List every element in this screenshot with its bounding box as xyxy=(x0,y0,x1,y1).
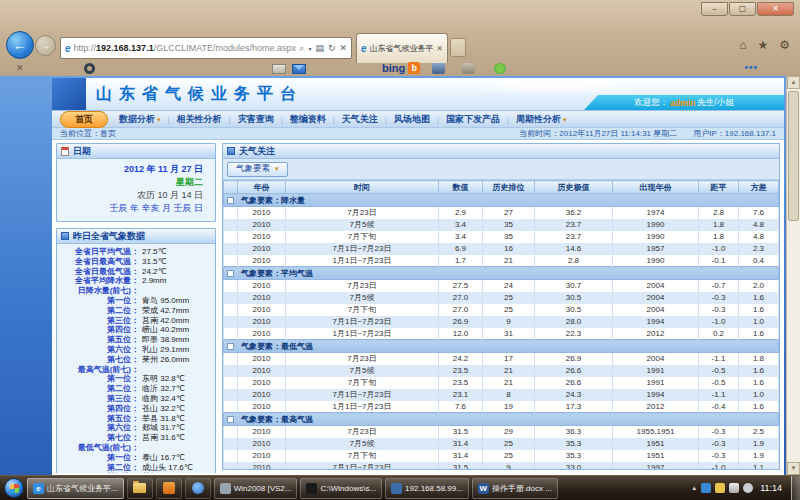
mail-blue-icon[interactable] xyxy=(292,64,306,74)
cell: 2010 xyxy=(238,207,286,219)
cell: 2010 xyxy=(238,450,286,462)
col-header-0: 年份 xyxy=(238,181,286,194)
row-select-cell xyxy=(224,401,238,413)
new-tab-button[interactable] xyxy=(450,38,466,57)
cell: 25 xyxy=(483,304,535,316)
table-row: 20107月1日~7月23日6.91614.61957-1.02.3 xyxy=(224,243,779,255)
media-extension-icon[interactable] xyxy=(432,63,445,74)
network-icon[interactable] xyxy=(729,483,739,493)
cell: 2010 xyxy=(238,353,286,365)
browser-tab[interactable]: e 山东省气候业务平... ✕ xyxy=(356,33,448,63)
expand-checkbox[interactable] xyxy=(227,270,234,277)
cell: 25 xyxy=(483,292,535,304)
nav-item-2[interactable]: 相关性分析 xyxy=(170,112,229,127)
flag-icon[interactable] xyxy=(715,483,725,493)
show-desktop-button[interactable] xyxy=(791,476,800,500)
taskbar-window-3[interactable]: 192.168.58.99... xyxy=(385,478,469,499)
tab-close-icon[interactable]: ✕ xyxy=(436,44,443,53)
cell: 2.0 xyxy=(739,280,779,292)
mail-gray-icon[interactable] xyxy=(272,64,286,74)
taskbar-window-0[interactable]: e山东省气候业务平... xyxy=(27,478,124,499)
rank-label: 第一位： xyxy=(59,453,139,463)
more-icon[interactable]: ••• xyxy=(744,62,758,73)
action-center-icon[interactable] xyxy=(701,483,711,493)
cell: 7月5候 xyxy=(286,365,439,377)
stat-label: 全省日最低气温： xyxy=(59,267,139,277)
row-select-cell xyxy=(224,316,238,328)
vertical-scrollbar[interactable]: ▲ ▼ xyxy=(786,76,800,475)
taskbar-window-2[interactable]: C:\Windows\s... xyxy=(300,478,382,499)
folder-icon xyxy=(133,483,146,493)
bing-logo[interactable]: bing b xyxy=(382,62,420,74)
cell: 7月23日 xyxy=(286,280,439,292)
tools-gear-icon[interactable]: ⚙ xyxy=(779,38,790,52)
cell: 35.3 xyxy=(535,450,613,462)
stat-section-title-2: 最低气温(前七)： xyxy=(59,443,213,453)
main-nav: 首页数据分析▾|相关性分析|灾害查询|整编资料|天气关注|风场地图|国家下发产品… xyxy=(52,110,784,127)
close-button[interactable]: ✕ xyxy=(757,2,794,16)
minimize-button[interactable]: – xyxy=(701,2,728,16)
rank-value: 郯城 31.7℃ xyxy=(139,423,185,433)
toolbar-close-icon[interactable]: ✕ xyxy=(16,63,24,73)
table-row: 20107月23日2.92736.219742.87.6 xyxy=(224,207,779,219)
nav-item-1[interactable]: 数据分析▾ xyxy=(112,112,168,127)
paw-extension-icon[interactable] xyxy=(462,63,475,74)
row-select-cell xyxy=(224,304,238,316)
element-filter-button[interactable]: 气象要素 ▾ xyxy=(227,162,288,177)
refresh-icon[interactable]: ↻ xyxy=(328,43,336,53)
home-icon[interactable]: ⌂ xyxy=(739,38,746,52)
nav-item-7[interactable]: 国家下发产品 xyxy=(439,112,507,127)
nav-item-8[interactable]: 周期性分析▾ xyxy=(509,112,574,127)
nav-item-0[interactable]: 首页 xyxy=(60,111,108,128)
cell: -1.0 xyxy=(699,462,739,470)
compatibility-view-icon[interactable]: ▤ xyxy=(315,43,324,53)
search-dropdown-icon[interactable]: ▾ xyxy=(308,45,311,52)
taskbar-orange-app-button[interactable] xyxy=(156,478,182,499)
taskbar-clock[interactable]: 11:14 xyxy=(757,483,787,493)
table-row: 20107月下旬31.42535.31951-0.31.9 xyxy=(224,450,779,462)
taskbar-window-1[interactable]: Win2008 [VS2... xyxy=(214,478,298,499)
rank-value: 莱州 26.0mm xyxy=(139,355,189,365)
taskbar-folder-button[interactable] xyxy=(127,478,153,499)
share-extension-icon[interactable] xyxy=(494,63,506,74)
nav-item-4[interactable]: 整编资料 xyxy=(283,112,333,127)
nav-item-6[interactable]: 风场地图 xyxy=(387,112,437,127)
cell: 27.0 xyxy=(439,292,483,304)
group-row[interactable]: 气象要素：平均气温 xyxy=(224,267,779,280)
expand-checkbox[interactable] xyxy=(227,197,234,204)
taskbar-window-4[interactable]: W操作手册.docx ... xyxy=(472,478,558,499)
group-row[interactable]: 气象要素：最高气温 xyxy=(224,413,779,426)
cell: 1951 xyxy=(613,438,699,450)
favorites-star-icon[interactable]: ★ xyxy=(757,38,768,52)
search-icon[interactable]: ⌕ xyxy=(299,43,304,54)
cell: 1月1日~7月23日 xyxy=(286,328,439,340)
maximize-button[interactable]: ▢ xyxy=(729,2,756,16)
addon-ring-icon[interactable] xyxy=(84,63,95,74)
nav-item-5[interactable]: 天气关注 xyxy=(335,112,385,127)
sidebar: 日期 2012 年 11 月 27 日 星期二 农历 10 月 14 日 壬辰 … xyxy=(56,143,216,470)
expand-checkbox[interactable] xyxy=(227,416,234,423)
taskbar-media-button[interactable] xyxy=(185,478,211,499)
back-button[interactable]: ← xyxy=(6,31,34,59)
expand-checkbox[interactable] xyxy=(227,343,234,350)
volume-icon[interactable] xyxy=(743,483,753,493)
forward-button[interactable]: → xyxy=(35,35,56,56)
tab-title: 山东省气候业务平... xyxy=(370,43,434,54)
caret-down-icon: ▾ xyxy=(563,116,567,123)
address-bar[interactable]: e http://192.168.137.1/GLCCLIMATE/module… xyxy=(60,37,352,59)
hidden-icons-arrow[interactable]: ▲ xyxy=(691,485,697,491)
rank-row: 第一位：东明 32.8℃ xyxy=(59,374,213,384)
group-row[interactable]: 气象要素：最低气温 xyxy=(224,340,779,353)
rank-row: 第一位：泰山 16.7℃ xyxy=(59,453,213,463)
nav-item-3[interactable]: 灾害查询 xyxy=(231,112,281,127)
cell: 1.8 xyxy=(699,219,739,231)
scroll-down-icon[interactable]: ▼ xyxy=(787,462,800,475)
stop-icon[interactable]: ✕ xyxy=(339,43,347,53)
col-select xyxy=(224,181,238,194)
scroll-up-icon[interactable]: ▲ xyxy=(787,76,800,89)
cell: 21 xyxy=(483,365,535,377)
group-row[interactable]: 气象要素：降水量 xyxy=(224,194,779,207)
rank-label: 第六位： xyxy=(59,423,139,433)
scrollbar-thumb[interactable] xyxy=(788,91,799,221)
start-button[interactable] xyxy=(4,478,24,498)
